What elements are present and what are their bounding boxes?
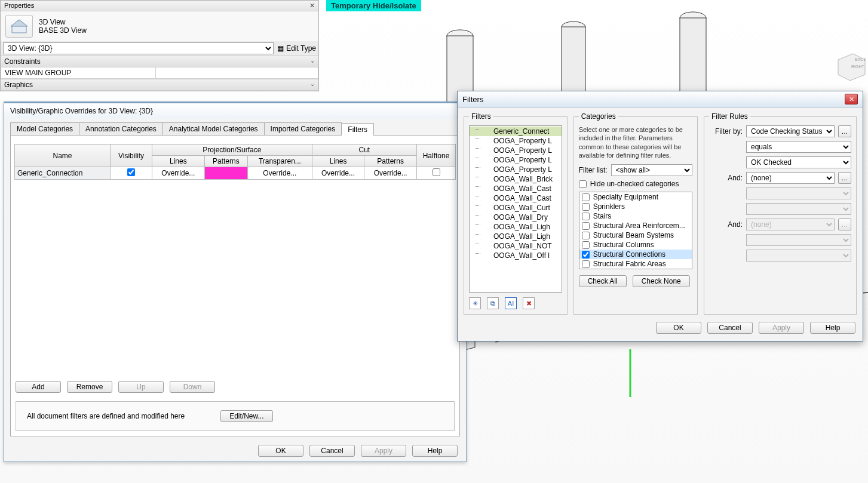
value-select[interactable]: OK Checked (746, 156, 851, 168)
category-item[interactable]: Structural Fabric Areas (579, 259, 692, 269)
category-item[interactable]: Structural Area Reinforcem... (579, 221, 692, 230)
vg-help-button[interactable]: Help (412, 445, 458, 457)
category-item[interactable]: Specialty Equipment (579, 192, 692, 202)
col-cut-lines: Lines (312, 156, 364, 167)
filters-grid[interactable]: Name Visibility Projection/Surface Cut H… (14, 144, 456, 180)
and2-param-select[interactable]: (none) (746, 219, 835, 230)
hide-unchecked-checkbox[interactable] (579, 180, 587, 188)
down-button[interactable]: Down (170, 381, 215, 393)
param-more-button[interactable]: … (838, 125, 851, 137)
category-item[interactable]: Sprinklers (579, 202, 692, 211)
up-button[interactable]: Up (118, 381, 164, 393)
operator-select[interactable]: equals (746, 141, 851, 153)
tab-analytical-categories[interactable]: Analytical Model Categories (162, 122, 265, 135)
proj-lines-cell[interactable]: Override... (152, 167, 205, 180)
filters-apply-button[interactable]: Apply (759, 322, 804, 334)
view-main-group-input[interactable] (157, 68, 317, 78)
category-checkbox[interactable] (582, 232, 590, 239)
edit-new-button[interactable]: Edit/New... (220, 410, 272, 422)
section-constraints[interactable]: Constraints⌄ (1, 56, 318, 67)
filter-list-item[interactable]: OOGA_Wall_Off l (470, 251, 562, 260)
category-checkbox[interactable] (582, 260, 590, 268)
viewcube-back: BACK (855, 57, 866, 61)
section-graphics[interactable]: Graphics⌄ (1, 79, 318, 91)
filters-listbox[interactable]: Generic_ConnectOOGA_Property LOOGA_Prope… (469, 125, 562, 293)
filter-list-item[interactable]: OOGA_Property L (470, 165, 562, 174)
tab-annotation-categories[interactable]: Annotation Categories (79, 122, 163, 135)
proj-transp-cell[interactable]: Override... (248, 167, 312, 180)
filter-list-item[interactable]: OOGA_Property L (470, 146, 562, 155)
filters-cancel-button[interactable]: Cancel (707, 322, 753, 334)
filter-list-item[interactable]: OOGA_Property L (470, 155, 562, 165)
category-label: Structural Beam Systems (593, 231, 674, 239)
filter-list-item[interactable]: OOGA_Property L (470, 136, 562, 146)
categories-checklist[interactable]: Specialty EquipmentSprinklersStairsStruc… (579, 192, 692, 269)
filter-list-item[interactable]: OOGA_Wall_Ligh (470, 232, 562, 241)
cut-lines-cell[interactable]: Override... (312, 167, 364, 180)
filter-list-item[interactable]: OOGA_Wall_NOT (470, 241, 562, 251)
edit-type-button[interactable]: ▦ Edit Type (277, 44, 316, 53)
collapse-icon[interactable]: ⌄ (310, 81, 315, 89)
category-checkbox[interactable] (582, 251, 590, 259)
vg-cancel-button[interactable]: Cancel (309, 445, 355, 457)
and1-param-select[interactable]: (none) (746, 172, 835, 184)
param-select[interactable]: Code Checking Status (746, 125, 835, 137)
filters-help-button[interactable]: Help (810, 322, 855, 334)
category-item[interactable]: Stairs (579, 211, 692, 221)
halftone-checkbox[interactable] (433, 168, 440, 176)
visibility-checkbox[interactable] (127, 168, 135, 176)
and2-val-select[interactable] (746, 250, 851, 262)
close-icon[interactable]: ✕ (845, 94, 858, 104)
category-checkbox[interactable] (582, 241, 590, 249)
properties-titlebar[interactable]: Properties ✕ (1, 1, 318, 11)
category-item[interactable]: Structural Beam Systems (579, 230, 692, 240)
vg-apply-button[interactable]: Apply (361, 445, 406, 457)
category-checkbox[interactable] (582, 193, 590, 201)
and1-more-button[interactable]: … (838, 172, 851, 184)
properties-close-icon[interactable]: ✕ (309, 2, 315, 10)
filter-list-item[interactable]: OOGA_Wall_Dry (470, 213, 562, 222)
instance-selector[interactable]: 3D View: {3D} (3, 42, 274, 54)
halftone-checkbox-cell[interactable] (417, 167, 456, 180)
collapse-icon[interactable]: ⌄ (310, 57, 315, 66)
category-item[interactable]: Structural Columns (579, 240, 692, 250)
and2-more-button[interactable]: … (838, 219, 851, 230)
filter-name-cell[interactable]: Generic_Connection (15, 167, 111, 180)
visibility-checkbox-cell[interactable] (111, 167, 152, 180)
filters-ok-button[interactable]: OK (656, 322, 701, 334)
remove-button[interactable]: Remove (67, 381, 112, 393)
and2-op-select[interactable] (746, 234, 851, 246)
tab-model-categories[interactable]: Model Categories (10, 122, 79, 135)
tab-imported-categories[interactable]: Imported Categories (264, 122, 342, 135)
category-item[interactable]: Structural Connections (579, 250, 692, 259)
check-none-button[interactable]: Check None (633, 275, 690, 287)
filter-list-item[interactable]: Generic_Connect (470, 127, 562, 136)
category-checkbox[interactable] (582, 213, 590, 220)
filter-by-label: Filter by: (709, 127, 743, 136)
delete-filter-icon[interactable]: ✖ (523, 297, 535, 309)
proj-patterns-cell[interactable] (204, 167, 247, 180)
new-filter-icon[interactable]: ✳ (469, 297, 481, 309)
vg-ok-button[interactable]: OK (258, 445, 303, 457)
filter-list-item[interactable]: OOGA_Wall_Cast (470, 193, 562, 203)
category-checkbox[interactable] (582, 222, 590, 230)
viewcube[interactable]: RIGHT BACK (832, 48, 868, 84)
constraints-label: Constraints (4, 57, 41, 66)
filter-list-select[interactable]: <show all> (611, 164, 692, 176)
type-image (5, 15, 33, 38)
filter-list-item[interactable]: OOGA_Wall_Brick (470, 174, 562, 184)
and1-val-select[interactable] (746, 203, 851, 215)
filters-titlebar[interactable]: Filters ✕ (458, 91, 863, 107)
filter-list-item[interactable]: OOGA_Wall_Cast (470, 184, 562, 193)
rename-filter-icon[interactable]: AI (505, 297, 517, 309)
duplicate-filter-icon[interactable]: ⧉ (487, 297, 499, 309)
check-all-button[interactable]: Check All (579, 275, 627, 287)
category-checkbox[interactable] (582, 203, 590, 211)
filter-list-item[interactable]: OOGA_Wall_Curt (470, 203, 562, 213)
and1-op-select[interactable] (746, 187, 851, 199)
tab-filters[interactable]: Filters (341, 123, 374, 136)
cut-patterns-cell[interactable]: Override... (364, 167, 417, 180)
add-button[interactable]: Add (16, 381, 61, 393)
filter-list-item[interactable]: OOGA_Wall_Ligh (470, 222, 562, 232)
filter-row[interactable]: Generic_Connection Override... Override.… (15, 167, 456, 180)
